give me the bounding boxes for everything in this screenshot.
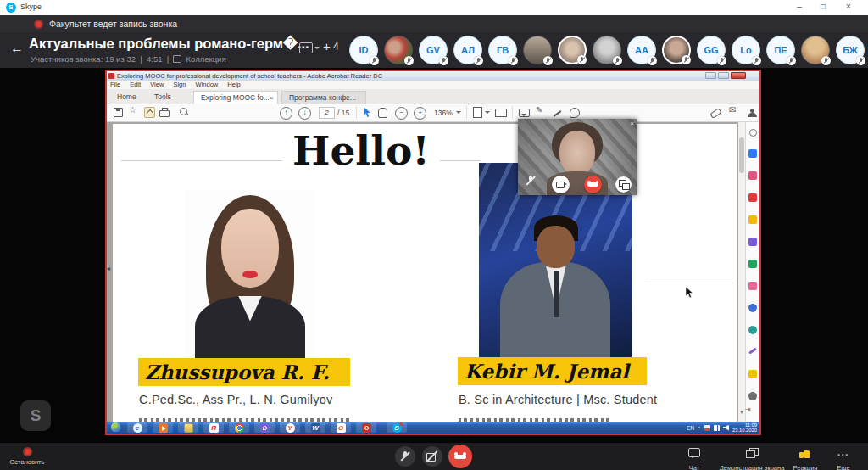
- page-view-dropdown-icon: [485, 107, 490, 116]
- participant-avatar[interactable]: [662, 36, 691, 64]
- participant-avatar[interactable]: АЛ: [453, 36, 482, 64]
- reading-mode-icon: [495, 107, 507, 117]
- slide-divider-line-2: [645, 283, 733, 283]
- menu-window: Window: [196, 81, 219, 88]
- participant-avatar[interactable]: [558, 36, 587, 64]
- menu-file: File: [110, 81, 120, 88]
- maximize-button[interactable]: □: [812, 0, 834, 14]
- muted-mic-badge-icon: [370, 56, 379, 65]
- hang-up-button[interactable]: [584, 176, 602, 193]
- camera-off-button[interactable]: [422, 446, 442, 467]
- more-icon: ···: [837, 450, 849, 461]
- minimize-button[interactable]: –: [788, 0, 810, 14]
- participant-avatar[interactable]: [384, 36, 413, 64]
- back-button[interactable]: ←: [10, 41, 24, 56]
- muted-mic-badge-icon: [404, 56, 414, 65]
- muted-mic-badge-icon: [821, 56, 831, 65]
- close-button[interactable]: ×: [837, 0, 860, 14]
- thumbs-up-icon: [799, 448, 811, 458]
- scrollbar-thumb: [739, 137, 744, 173]
- fill-sign-tool-icon: [748, 282, 757, 290]
- screen-share-icon: [746, 448, 759, 458]
- send-review-tool-icon: [748, 392, 757, 400]
- acrobat-close-button: [731, 72, 746, 79]
- collection-link[interactable]: Коллекция: [186, 54, 226, 64]
- tab-label: Программа конфе...: [289, 93, 356, 102]
- stamp-icon: [570, 107, 580, 118]
- acrobat-maximize-button: [718, 72, 729, 79]
- call-stage: Exploring MOOC for professional developm…: [0, 68, 868, 443]
- participant-avatar[interactable]: ГВ: [488, 36, 517, 64]
- muted-mic-badge-icon: [509, 56, 518, 65]
- vertical-scrollbar: ▾: [738, 122, 745, 422]
- menu-view: View: [150, 81, 164, 88]
- media-player-taskbar-icon: [153, 422, 173, 433]
- close-video-icon[interactable]: ×: [630, 120, 634, 127]
- tab-label: Exploring MOOC fo...: [201, 93, 270, 102]
- participant-avatar[interactable]: AA: [627, 36, 656, 64]
- explorer-taskbar-icon: [178, 422, 198, 433]
- muted-mic-badge-icon: [543, 56, 553, 65]
- menu-help: Help: [227, 81, 240, 88]
- network-icon: [714, 425, 720, 431]
- participant-avatar[interactable]: Lo: [732, 36, 760, 64]
- tab-tools: Tools: [146, 91, 180, 104]
- view-layout-icon[interactable]: [299, 42, 313, 53]
- participant-avatar[interactable]: GV: [419, 36, 448, 64]
- participant-avatar[interactable]: [593, 36, 621, 64]
- acrobat-taskbar-icon: [356, 422, 376, 433]
- volume-icon: [723, 425, 729, 431]
- recording-banner-text: Факультет ведет запись звонка: [49, 19, 177, 29]
- print-icon: [159, 107, 170, 117]
- page-count: / 15: [337, 107, 349, 119]
- taskbar-clock: 11:09 23.10.2020: [732, 422, 757, 434]
- separator: |: [167, 54, 169, 64]
- yandex-taskbar-icon: Я: [203, 422, 224, 433]
- toggle-video-button[interactable]: [552, 176, 570, 193]
- protect-tool-icon: [748, 304, 757, 312]
- participant-avatar[interactable]: [801, 36, 830, 64]
- muted-mic-badge-icon: [439, 56, 448, 65]
- skype-logo-icon: S: [6, 3, 16, 13]
- tab-document-2: Программа конфе...: [281, 91, 366, 104]
- right-panel-collapse-icon: ⇥: [745, 406, 751, 413]
- muted-mic-badge-icon: [577, 55, 587, 64]
- participant-avatar[interactable]: БЖ: [836, 36, 865, 64]
- acrobat-tab-bar: Home Tools Exploring MOOC fo...× Програм…: [107, 89, 760, 104]
- participant-avatar[interactable]: [523, 36, 552, 64]
- muted-mic-badge-icon: [856, 56, 865, 65]
- gallery-icon: [173, 55, 181, 63]
- page-view-icon: [473, 107, 482, 118]
- slide-title: Hello!: [282, 127, 440, 174]
- organize-pages-tool-icon: [748, 171, 757, 180]
- microphone-muted-button[interactable]: [395, 446, 415, 467]
- comment-tool-icon: [748, 215, 757, 224]
- speaker-name-right: Kebir M. Jemal: [458, 357, 647, 385]
- call-controls-bar: Остановить Чат Демонстрация экрана Реакц…: [0, 443, 868, 470]
- portrait-photo-zhussupova: [185, 190, 315, 358]
- stop-recording-label[interactable]: Остановить: [2, 458, 53, 466]
- ink-sign-icon: [553, 107, 562, 115]
- skype-call-window: S Skype – □ × Факультет ведет запись зво…: [0, 0, 868, 470]
- end-call-button[interactable]: [448, 445, 472, 468]
- add-participant-button[interactable]: +: [323, 39, 331, 53]
- stop-recording-icon[interactable]: [23, 447, 32, 456]
- participant-avatar[interactable]: ПЕ: [766, 36, 795, 64]
- decorative: [537, 226, 575, 269]
- email-icon: ✉: [729, 105, 736, 115]
- participant-avatar[interactable]: ID: [349, 36, 378, 64]
- create-pdf-tool-icon: [748, 149, 757, 158]
- fill-sign-pencil-icon: ✎: [536, 105, 542, 115]
- tab-home: Home: [108, 91, 145, 104]
- find-icon: [180, 107, 187, 115]
- popout-video-button[interactable]: [615, 176, 632, 193]
- separator: |: [140, 54, 142, 64]
- share-upload-icon: [144, 107, 155, 118]
- muted-mic-badge-icon: [717, 56, 726, 65]
- more-options-button[interactable]: ··· Еще: [818, 446, 868, 470]
- muted-mic-badge-icon: [613, 56, 622, 65]
- participant-avatar[interactable]: GG: [697, 36, 726, 64]
- page-number-input: 2: [319, 107, 335, 119]
- acrobat-window-title: Exploring MOOC for professional developm…: [117, 72, 382, 80]
- zoom-out-icon: −: [395, 107, 408, 120]
